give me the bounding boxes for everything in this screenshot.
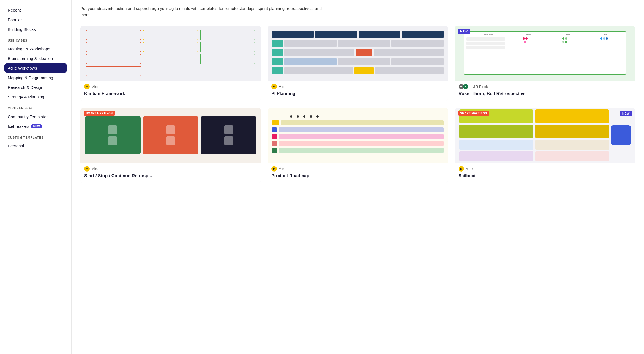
card-author-kanban: M Miro — [84, 84, 257, 89]
author-circle-hr: H — [463, 84, 468, 89]
card-thumbnail-roadmap — [268, 108, 448, 163]
card-kanban-framework[interactable]: M Miro Kanban Framework — [80, 26, 261, 101]
pi-cell — [356, 49, 372, 56]
kanban-cell — [143, 42, 198, 52]
card-body-rtb: ⊘ H H&R Block Rose, Thorn, Bud Retrospec… — [455, 81, 635, 101]
card-start-stop-continue[interactable]: SMART MEETINGS — [80, 108, 261, 183]
card-thumbnail-sailboat: SMART MEETINGS NEW — [455, 108, 635, 163]
kanban-cell — [86, 66, 141, 76]
sidebar-item-label: Agile Workflows — [8, 66, 37, 70]
sailboat-blue-square — [611, 125, 631, 145]
card-title-rtb: Rose, Thorn, Bud Retrospective — [459, 91, 631, 97]
section-use-cases: USE CASES — [4, 34, 67, 44]
ssc-col-continue — [201, 116, 256, 154]
author-name: Miro — [279, 167, 285, 171]
sidebar-item-label: Research & Design — [8, 85, 43, 90]
author-name: Miro — [91, 167, 98, 171]
miro-avatar: M — [459, 166, 464, 172]
card-author-pi: M Miro — [271, 84, 444, 89]
card-thumbnail-pi — [268, 26, 448, 81]
pi-cell — [338, 40, 390, 47]
sidebar-item-building-blocks[interactable]: Building Blocks — [4, 25, 67, 34]
card-author-sailboat: M Miro — [459, 166, 631, 172]
sidebar-item-mapping-diagramming[interactable]: Mapping & Diagramming — [4, 73, 67, 82]
kanban-cell — [86, 42, 141, 52]
card-body-pi: M Miro PI Planning — [268, 81, 448, 101]
pi-row — [272, 67, 444, 74]
pi-cell — [315, 31, 357, 38]
pi-row — [272, 40, 444, 47]
kanban-cell — [86, 54, 141, 64]
miro-avatar: M — [84, 84, 90, 89]
sidebar-item-label: Personal — [8, 143, 24, 148]
sidebar-item-label: Community Templates — [8, 114, 48, 119]
sailboat-visual — [455, 108, 635, 163]
sidebar-item-personal[interactable]: Personal — [4, 141, 67, 150]
main-content: Put your ideas into action and superchar… — [72, 0, 644, 354]
pi-cell — [272, 31, 314, 38]
sidebar-item-brainstorming-ideation[interactable]: Brainstorming & Ideation — [4, 54, 67, 63]
sidebar-item-label: Brainstorming & Ideation — [8, 56, 53, 61]
pi-cell — [272, 58, 283, 65]
kanban-cell — [200, 42, 255, 52]
sidebar-item-label: Meetings & Workshops — [8, 46, 50, 51]
kanban-cell — [86, 30, 141, 40]
pi-cell — [354, 67, 374, 74]
kanban-cell — [200, 66, 255, 76]
pi-cell — [375, 67, 444, 74]
card-sailboat[interactable]: SMART MEETINGS NEW — [455, 108, 635, 183]
pi-cell — [359, 31, 400, 38]
sidebar-item-recent[interactable]: Recent — [4, 5, 67, 15]
kanban-visual — [80, 26, 261, 81]
smart-badge-ssc: SMART MEETINGS — [84, 111, 115, 116]
author-name: Miro — [279, 85, 285, 89]
kanban-cell — [143, 30, 198, 40]
sidebar-item-label: Building Blocks — [8, 27, 36, 32]
sidebar-item-meetings-workshops[interactable]: Meetings & Workshops — [4, 44, 67, 53]
card-author-ssc: M Miro — [84, 166, 257, 172]
card-author-rtb: ⊘ H H&R Block — [459, 84, 631, 89]
card-pi-planning[interactable]: M Miro PI Planning — [268, 26, 448, 101]
kanban-cell — [200, 54, 255, 64]
pi-cell — [272, 67, 283, 74]
card-thumbnail-ssc: SMART MEETINGS — [80, 108, 261, 163]
pi-cell — [284, 40, 337, 47]
pi-row — [272, 31, 444, 38]
pi-visual — [268, 26, 448, 80]
sidebar-item-strategy-planning[interactable]: Strategy & Planning — [4, 92, 67, 101]
pi-cell — [272, 49, 283, 56]
card-rose-thorn-bud[interactable]: NEW Focus area Rose Thorn Bud — [455, 26, 635, 101]
sidebar-item-icebreakers[interactable]: Icebreakers NEW — [4, 122, 67, 131]
section-miroverse: MIROVERSE ⊘ — [4, 102, 67, 112]
miro-avatar: M — [271, 84, 277, 89]
card-body-ssc: M Miro Start / Stop / Continue Retrosp..… — [80, 163, 261, 183]
author-avatar-group: ⊘ H — [459, 84, 467, 89]
sidebar-item-popular[interactable]: Popular — [4, 15, 67, 24]
section-custom-templates: CUSTOM TEMPLATES — [4, 131, 67, 141]
card-body-roadmap: M Miro Product Roadmap — [268, 163, 448, 183]
pi-cell — [272, 40, 283, 47]
smart-badge-sailboat: SMART MEETINGS — [458, 111, 489, 116]
card-title-pi: PI Planning — [271, 91, 444, 97]
ssc-col-stop — [143, 116, 199, 154]
pi-cell — [391, 40, 444, 47]
pi-row — [272, 58, 444, 65]
sidebar: Recent Popular Building Blocks USE CASES… — [0, 0, 72, 354]
cards-grid: M Miro Kanban Framework — [80, 26, 635, 183]
sidebar-item-agile-workflows[interactable]: Agile Workflows — [4, 63, 67, 73]
card-author-roadmap: M Miro — [271, 166, 444, 172]
sidebar-item-community-templates[interactable]: Community Templates — [4, 112, 67, 121]
card-title-ssc: Start / Stop / Continue Retrosp... — [84, 173, 257, 179]
pi-cell — [374, 49, 444, 56]
card-product-roadmap[interactable]: M Miro Product Roadmap — [268, 108, 448, 183]
ssc-col-start — [85, 116, 141, 154]
author-name: H&R Block — [471, 85, 488, 89]
author-name: Miro — [91, 85, 98, 89]
kanban-cell — [143, 54, 198, 64]
new-badge-sailboat: NEW — [620, 111, 632, 116]
rtb-visual: Focus area Rose Thorn Bud — [464, 31, 626, 75]
sidebar-item-label: Icebreakers — [8, 124, 29, 129]
sidebar-item-research-design[interactable]: Research & Design — [4, 83, 67, 92]
roadmap-visual — [268, 111, 448, 159]
sidebar-item-label: Mapping & Diagramming — [8, 75, 53, 80]
